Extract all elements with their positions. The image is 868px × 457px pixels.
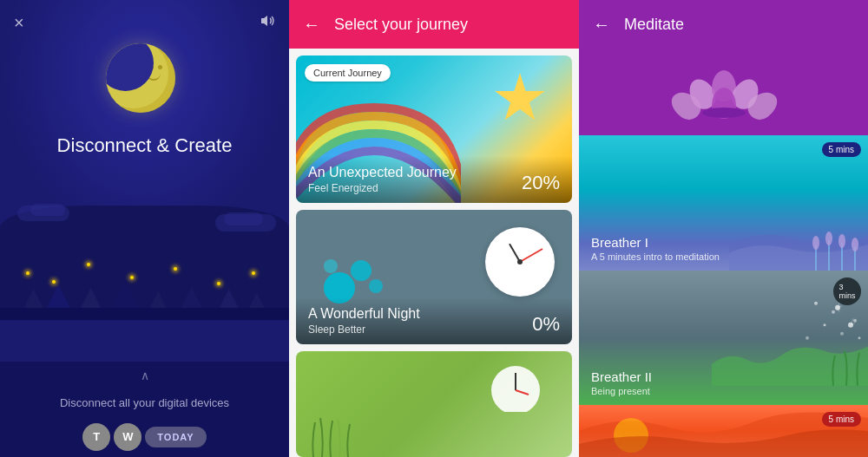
- breather-2-info: Breather II Being present: [579, 361, 868, 405]
- journey-card-1-info: An Unexpected Journey Feel Energized 20%: [296, 156, 572, 203]
- panel2-title: Select your journey: [334, 16, 468, 34]
- breather-1-desc: A 5 minutes intro to meditation: [591, 251, 856, 262]
- cloud-left-extra: [30, 204, 65, 216]
- night-scene: ▲ ▲ ▲ ▲ ▲ ▲ ▲ ▲: [0, 188, 289, 362]
- user-tab-w[interactable]: W: [114, 423, 141, 451]
- disconnect-panel: × Disconnect & Create: [0, 0, 289, 457]
- moon-crescent: [106, 43, 175, 113]
- select-journey-panel: ← Select your journey Current Journey: [289, 0, 579, 457]
- today-badge[interactable]: TODAY: [145, 427, 206, 447]
- grass-svg: [305, 414, 391, 457]
- firefly-1: [52, 280, 56, 284]
- firefly-7: [26, 271, 30, 275]
- lotus-container: [579, 49, 868, 135]
- firefly-4: [174, 267, 177, 271]
- panel1-footer: ∧ Disconnect all your digital devices T …: [0, 362, 289, 457]
- panel3-header: ← Meditate: [579, 0, 868, 49]
- svg-point-18: [853, 318, 857, 322]
- panel1-subtitle: Disconnect all your digital devices: [60, 396, 229, 409]
- panel1-title: Disconnect & Create: [0, 134, 289, 157]
- breather-1-name: Breather I: [591, 235, 856, 250]
- journey-2-percent: 0%: [532, 313, 560, 336]
- firefly-2: [87, 263, 90, 266]
- breather-2-card[interactable]: 3 mins Breather II Being present: [579, 271, 868, 406]
- moon-left-eye: [149, 65, 154, 69]
- firefly-6: [252, 271, 255, 275]
- lotus-illustration: [694, 66, 754, 118]
- user-tab-t[interactable]: T: [82, 423, 110, 451]
- breather-3-card[interactable]: 5 mins: [579, 405, 868, 457]
- journey-card-night[interactable]: A Wonderful Night Sleep Better 0%: [296, 210, 572, 344]
- breather-3-duration: 5 mins: [822, 412, 861, 427]
- firefly-3: [130, 276, 134, 279]
- meditate-cards: 5 mins Breather I A 5 minutes intro to m…: [579, 135, 868, 457]
- panel2-header: ← Select your journey: [289, 0, 579, 49]
- scroll-up-chevron: ∧: [141, 369, 149, 382]
- clock-illustration: [485, 227, 555, 297]
- journey-card-morning[interactable]: [296, 351, 572, 457]
- journey-card-2-info: A Wonderful Night Sleep Better 0%: [296, 297, 572, 344]
- clock-minute-hand: [520, 248, 543, 263]
- svg-point-16: [832, 310, 835, 313]
- breather-2-name: Breather II: [591, 369, 856, 384]
- journey-2-subtitle: Sleep Better: [308, 323, 420, 336]
- breather-1-duration: 5 mins: [822, 142, 861, 157]
- panel3-title: Meditate: [624, 16, 684, 34]
- clock-center: [517, 259, 523, 264]
- moon-illustration: [93, 35, 197, 139]
- breather-2-duration: 3 mins: [833, 277, 861, 305]
- svg-point-2: [369, 279, 383, 293]
- svg-point-1: [351, 260, 372, 281]
- svg-point-15: [814, 301, 818, 304]
- breather-2-desc: Being present: [591, 386, 856, 396]
- scroll-indicator: ∧: [141, 369, 149, 382]
- svg-point-20: [840, 331, 844, 335]
- journey-1-subtitle: Feel Energized: [308, 182, 457, 194]
- svg-point-19: [824, 323, 826, 326]
- journey-1-percent: 20%: [522, 172, 560, 194]
- firefly-5: [217, 282, 220, 285]
- moon-face: [136, 56, 171, 91]
- svg-point-21: [858, 336, 861, 339]
- journey-card-unexpected[interactable]: Current Journey An Unexpected Journey Fe…: [296, 55, 572, 203]
- journey-2-text: A Wonderful Night Sleep Better: [308, 306, 420, 336]
- partial-clock-svg: [485, 360, 546, 412]
- svg-point-22: [806, 336, 809, 339]
- cloud-right-extra: [224, 212, 263, 225]
- lotus-base: [702, 108, 746, 118]
- panel1-header: ×: [0, 0, 289, 45]
- panel3-back-button[interactable]: ←: [593, 15, 610, 35]
- ground: [0, 308, 289, 320]
- panel2-content: Current Journey An Unexpected Journey Fe…: [289, 49, 579, 457]
- current-journey-badge: Current Journey: [305, 64, 391, 82]
- panel2-back-button[interactable]: ←: [303, 15, 320, 35]
- journey-1-name: An Unexpected Journey: [308, 165, 457, 180]
- user-tabs: T W TODAY: [82, 423, 206, 451]
- sound-icon[interactable]: [258, 12, 275, 33]
- svg-point-3: [324, 259, 338, 273]
- journey-1-text: An Unexpected Journey Feel Energized: [308, 165, 457, 194]
- moon-smile: [147, 74, 161, 81]
- journey-2-name: A Wonderful Night: [308, 306, 420, 322]
- breather-1-card[interactable]: 5 mins Breather I A 5 minutes intro to m…: [579, 135, 868, 271]
- meditate-panel: ← Meditate: [579, 0, 868, 457]
- close-icon[interactable]: ×: [14, 13, 24, 33]
- breather-1-info: Breather I A 5 minutes intro to meditati…: [579, 226, 868, 271]
- moon-right-eye: [158, 65, 162, 69]
